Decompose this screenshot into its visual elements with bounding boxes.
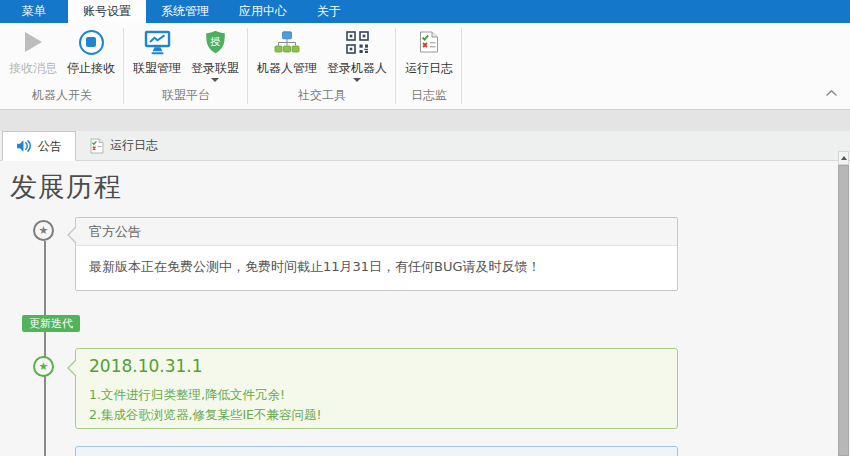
- qr-code-icon: [346, 27, 369, 57]
- page-title: 发展历程: [10, 169, 122, 205]
- menu-item-about[interactable]: 关于: [302, 0, 356, 23]
- ribbon-group-robot-switch: 接收消息 停止接收 机器人开关: [0, 23, 124, 109]
- next-release-card-partial: [75, 446, 678, 456]
- scrollbar-thumb[interactable]: [838, 165, 849, 456]
- release-version: 2018.10.31.1: [89, 356, 677, 376]
- tab-label: 运行日志: [110, 137, 158, 154]
- button-label: 联盟管理: [133, 60, 181, 76]
- announcement-title: 官方公告: [76, 218, 677, 246]
- scroll-up-button[interactable]: [838, 151, 849, 165]
- tab-announcement[interactable]: 公告: [2, 131, 76, 161]
- scroll-up-arrow-icon: [841, 156, 847, 160]
- ribbon-group-log-monitor: 运行日志 日志监: [396, 23, 462, 109]
- announcement-card: 官方公告 最新版本正在免费公测中，免费时间截止11月31日，有任何BUG请及时反…: [75, 217, 678, 291]
- ribbon-group-label: 机器人开关: [0, 87, 124, 104]
- release-note: 2.集成谷歌浏览器,修复某些IE不兼容问题!: [89, 406, 677, 423]
- button-label: 接收消息: [9, 60, 57, 76]
- menu-item-menu[interactable]: 菜单: [0, 0, 68, 23]
- log-doc-icon: [90, 138, 104, 154]
- release-card: 2018.10.31.1 1.文件进行归类整理,降低文件冗余! 2.集成谷歌浏览…: [75, 348, 678, 429]
- menu-item-app-center[interactable]: 应用中心: [224, 0, 302, 23]
- tab-run-log[interactable]: 运行日志: [76, 131, 172, 160]
- collapse-ribbon-button[interactable]: [825, 82, 838, 101]
- run-log-button[interactable]: 运行日志: [400, 27, 458, 76]
- update-iteration-badge: 更新迭代: [22, 315, 80, 332]
- announcement-body: 最新版本正在免费公测中，免费时间截止11月31日，有任何BUG请及时反馈！: [76, 246, 677, 288]
- monitor-chart-icon: [144, 27, 171, 57]
- menu-item-system-management[interactable]: 系统管理: [146, 0, 224, 23]
- star-icon: ★: [39, 361, 49, 372]
- star-icon: ★: [39, 225, 49, 236]
- vertical-scrollbar[interactable]: [838, 151, 849, 456]
- menu-item-account-settings[interactable]: 账号设置: [68, 0, 146, 23]
- robot-management-button[interactable]: 机器人管理: [252, 27, 322, 76]
- login-alliance-button[interactable]: 授 登录联盟: [186, 27, 244, 84]
- dropdown-arrow-icon: [353, 76, 361, 84]
- chevron-up-icon: [825, 89, 838, 97]
- tab-label: 公告: [38, 138, 62, 155]
- announcement-pane: 发展历程 ★ 官方公告 最新版本正在免费公测中，免费时间截止11月31日，有任何…: [0, 161, 850, 456]
- ribbon-bottom-strip: [0, 110, 850, 131]
- app-window: 菜单 账号设置 系统管理 应用中心 关于 接收消息 停止接收 机器人开关: [0, 0, 850, 456]
- ribbon-group-label: 社交工具: [248, 87, 396, 104]
- timeline-line: [44, 241, 46, 456]
- dropdown-arrow-icon: [211, 76, 219, 84]
- receive-messages-button[interactable]: 接收消息: [4, 27, 62, 76]
- timeline-node-announcement: ★: [33, 220, 54, 241]
- shield-auth-icon: 授: [205, 27, 226, 57]
- shield-char-label: 授: [205, 35, 226, 49]
- button-label: 登录联盟: [191, 60, 239, 76]
- ribbon-group-label: 日志监: [396, 87, 462, 104]
- speaker-icon: [16, 139, 32, 153]
- login-robot-button[interactable]: 登录机器人: [322, 27, 392, 84]
- org-tree-icon: [274, 27, 300, 57]
- stop-icon: [79, 27, 104, 57]
- button-label: 运行日志: [405, 60, 453, 76]
- ribbon-group-alliance-platform: 联盟管理 授 登录联盟 联盟平台: [124, 23, 248, 109]
- ribbon-group-social-tools: 机器人管理: [248, 23, 396, 109]
- menu-bar: 菜单 账号设置 系统管理 应用中心 关于: [0, 0, 850, 23]
- play-icon: [25, 27, 42, 57]
- alliance-management-button[interactable]: 联盟管理: [128, 27, 186, 76]
- timeline-node-release: ★: [33, 356, 54, 377]
- ribbon-group-label: 联盟平台: [124, 87, 248, 104]
- log-doc-icon: [419, 27, 439, 57]
- document-tab-bar: 公告 运行日志: [0, 131, 850, 161]
- button-label: 停止接收: [67, 60, 115, 76]
- button-label: 登录机器人: [327, 60, 387, 76]
- stop-receiving-button[interactable]: 停止接收: [62, 27, 120, 76]
- release-note: 1.文件进行归类整理,降低文件冗余!: [89, 386, 677, 403]
- ribbon-toolbar: 接收消息 停止接收 机器人开关: [0, 23, 850, 110]
- button-label: 机器人管理: [257, 60, 317, 76]
